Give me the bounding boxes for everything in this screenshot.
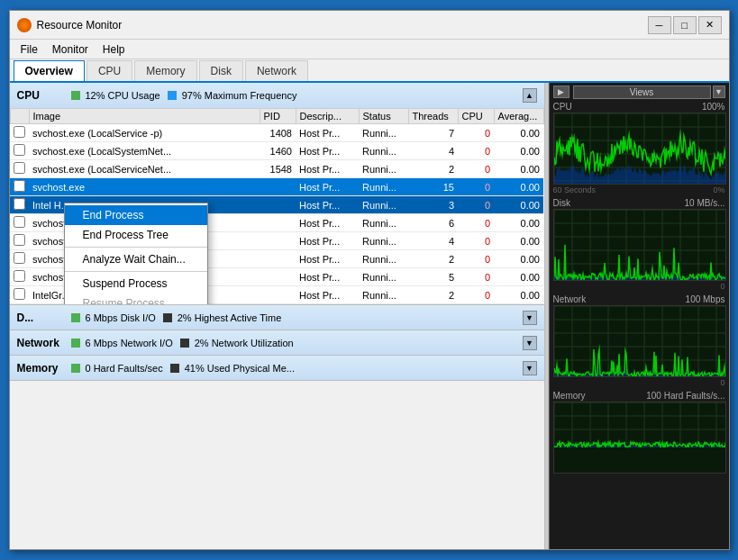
disk-section-header[interactable]: D... 6 Mbps Disk I/O 2% Highest Active T…: [10, 305, 544, 330]
network-graph-footer-right: 0: [720, 378, 724, 387]
table-row[interactable]: svchost.exe (LocalSystemNet... 1460 Host…: [10, 142, 543, 160]
row-desc: Host Pr...: [296, 196, 359, 214]
memory-faults-stat: 0 Hard Faults/sec: [71, 363, 163, 374]
table-row[interactable]: svchost.exe (LocalServiceNet... 1548 Hos…: [10, 160, 543, 178]
row-cpu: 0: [458, 196, 494, 214]
row-desc: Host Pr...: [296, 214, 359, 232]
row-cpu: 0: [458, 268, 494, 286]
network-graph-value: 100 Mbps: [686, 294, 725, 304]
col-pid[interactable]: PID: [260, 109, 296, 124]
row-avg: 0.00: [494, 232, 543, 250]
cpu-graph-canvas: [553, 113, 726, 185]
network-chart: [554, 306, 726, 376]
row-status: Runni...: [359, 286, 408, 304]
memory-used-stat: 41% Used Physical Me...: [170, 363, 295, 374]
row-check[interactable]: [10, 178, 29, 196]
network-graph-footer: 0: [550, 377, 729, 388]
network-section-title: Network: [17, 337, 71, 349]
memory-graph-canvas: [553, 402, 726, 474]
minimize-button[interactable]: ─: [648, 16, 671, 34]
row-threads: 2: [408, 160, 458, 178]
row-threads: 4: [408, 232, 458, 250]
tab-memory[interactable]: Memory: [134, 60, 196, 81]
memory-section-stats: 0 Hard Faults/sec 41% Used Physical Me..…: [71, 363, 523, 374]
cpu-chart: [554, 113, 726, 184]
row-pid: [260, 178, 296, 196]
ctx-end-process[interactable]: End Process: [65, 205, 207, 225]
memory-green-indicator: [71, 364, 80, 373]
row-status: Runni...: [359, 124, 408, 142]
memory-graph-section: Memory 100 Hard Faults/s...: [550, 390, 729, 474]
row-cpu: 0: [458, 214, 494, 232]
col-avg[interactable]: Averag...: [494, 109, 543, 124]
disk-section-title: D...: [17, 312, 71, 324]
window-title: Resource Monitor: [37, 19, 648, 32]
network-graph-section: Network 100 Mbps 0: [550, 294, 729, 388]
cpu-graph-value: 100%: [702, 102, 725, 112]
row-check[interactable]: [10, 250, 29, 268]
left-panel: CPU 12% CPU Usage 97% Maximum Frequency …: [10, 83, 544, 549]
row-avg: 0.00: [494, 142, 543, 160]
col-image[interactable]: Image: [29, 109, 260, 124]
cpu-graph-footer: 60 Seconds 0%: [550, 185, 729, 195]
row-desc: Host Pr...: [296, 160, 359, 178]
maximize-button[interactable]: □: [673, 16, 697, 34]
ctx-analyze-wait-chain[interactable]: Analyze Wait Chain...: [65, 249, 207, 269]
disk-collapse-button[interactable]: ▼: [523, 311, 537, 325]
row-check[interactable]: [10, 214, 29, 232]
network-util-stat: 2% Network Utilization: [180, 338, 294, 348]
row-check[interactable]: [10, 142, 29, 160]
row-pid: [260, 196, 296, 214]
ctx-suspend-process[interactable]: Suspend Process: [65, 274, 207, 294]
row-status: Runni...: [359, 160, 408, 178]
network-io-stat: 6 Mbps Network I/O: [71, 338, 173, 348]
memory-section-header[interactable]: Memory 0 Hard Faults/sec 41% Used Physic…: [10, 356, 544, 381]
row-check[interactable]: [10, 160, 29, 178]
cpu-collapse-button[interactable]: ▲: [523, 88, 537, 103]
row-threads: 4: [408, 142, 458, 160]
col-cpu[interactable]: CPU: [458, 109, 494, 124]
ctx-separator-1: [65, 247, 207, 248]
network-section-header[interactable]: Network 6 Mbps Network I/O 2% Network Ut…: [10, 330, 544, 356]
views-button[interactable]: Views: [573, 86, 711, 99]
cpu-section-header[interactable]: CPU 12% CPU Usage 97% Maximum Frequency …: [10, 83, 544, 108]
ctx-end-process-tree[interactable]: End Process Tree: [65, 225, 207, 245]
table-row-selected[interactable]: svchost.exe Host Pr... Runni... 15 0 0.0…: [10, 178, 543, 196]
row-status: Runni...: [359, 250, 408, 268]
expand-button[interactable]: ▶: [553, 86, 569, 98]
cpu-graph-section: CPU 100% 60 Seconds 0%: [550, 101, 729, 195]
views-dropdown-button[interactable]: ▼: [713, 86, 725, 98]
disk-graph-label: Disk 10 MB/s...: [550, 197, 729, 209]
table-row[interactable]: svchost.exe (LocalService -p) 1408 Host …: [10, 124, 543, 142]
menu-help[interactable]: Help: [96, 41, 132, 58]
row-check[interactable]: [10, 286, 29, 304]
col-desc[interactable]: Descrip...: [296, 109, 359, 124]
tab-disk[interactable]: Disk: [199, 60, 243, 81]
network-dark-indicator: [180, 339, 189, 348]
row-desc: Host Pr...: [296, 142, 359, 160]
row-status: Runni...: [359, 142, 408, 160]
row-check[interactable]: [10, 124, 29, 142]
tab-network[interactable]: Network: [245, 60, 308, 81]
network-collapse-button[interactable]: ▼: [523, 336, 537, 350]
memory-chart: [554, 402, 726, 447]
row-threads: 15: [408, 178, 458, 196]
close-button[interactable]: ✕: [698, 16, 722, 34]
col-threads[interactable]: Threads: [408, 109, 458, 124]
row-pid: [260, 232, 296, 250]
disk-chart: [554, 210, 726, 280]
col-status[interactable]: Status: [359, 109, 408, 124]
row-check[interactable]: [10, 196, 29, 214]
row-check[interactable]: [10, 232, 29, 250]
menu-monitor[interactable]: Monitor: [45, 41, 96, 58]
tab-overview[interactable]: Overview: [14, 60, 85, 81]
row-status: Runni...: [359, 268, 408, 286]
row-pid: [260, 250, 296, 268]
row-avg: 0.00: [494, 214, 543, 232]
row-check[interactable]: [10, 268, 29, 286]
cpu-graph-footer-left: 60 Seconds: [553, 185, 597, 194]
memory-collapse-button[interactable]: ▼: [523, 361, 537, 375]
menu-file[interactable]: File: [14, 41, 45, 58]
app-icon: [17, 18, 32, 32]
tab-cpu[interactable]: CPU: [87, 60, 132, 81]
